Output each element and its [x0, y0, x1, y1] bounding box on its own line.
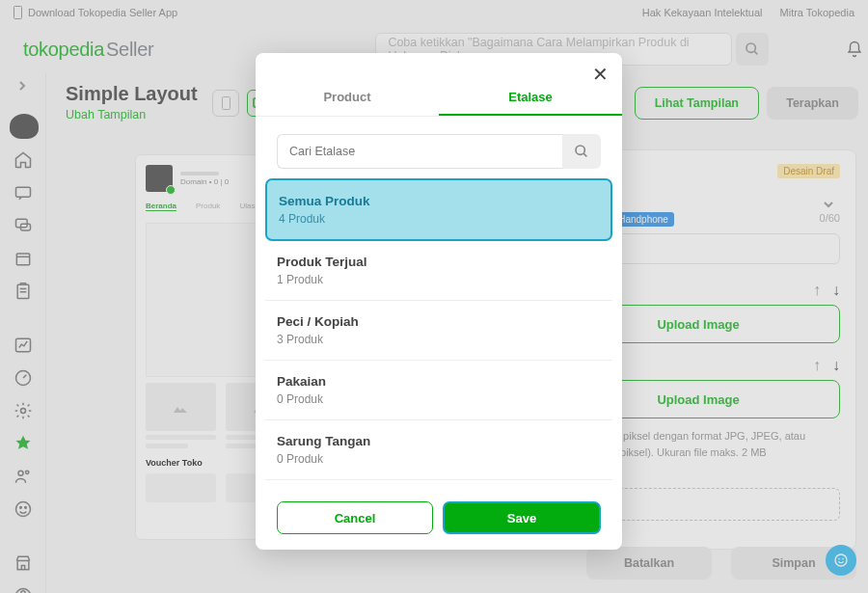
modal-cancel-button[interactable]: Cancel: [277, 501, 433, 534]
tab-product[interactable]: Product: [256, 80, 439, 116]
etalase-item[interactable]: Produk Terjual 1 Produk: [265, 241, 612, 301]
etalase-item[interactable]: ···: [265, 480, 612, 490]
etalase-item[interactable]: Semua Produk 4 Produk: [265, 178, 612, 241]
etalase-modal: ✕ Product Etalase Semua Produk 4 Produk …: [256, 53, 622, 550]
etalase-search-input[interactable]: [277, 134, 562, 169]
svg-line-23: [583, 153, 586, 156]
etalase-item[interactable]: Sarung Tangan 0 Produk: [265, 420, 612, 480]
etalase-item[interactable]: Peci / Kopiah 3 Produk: [265, 301, 612, 361]
modal-save-button[interactable]: Save: [443, 501, 601, 534]
close-icon[interactable]: ✕: [592, 63, 609, 86]
svg-point-22: [576, 146, 584, 154]
etalase-list[interactable]: Semua Produk 4 Produk Produk Terjual 1 P…: [256, 178, 622, 490]
etalase-item[interactable]: Pakaian 0 Produk: [265, 361, 612, 420]
etalase-search-button[interactable]: [562, 134, 601, 169]
